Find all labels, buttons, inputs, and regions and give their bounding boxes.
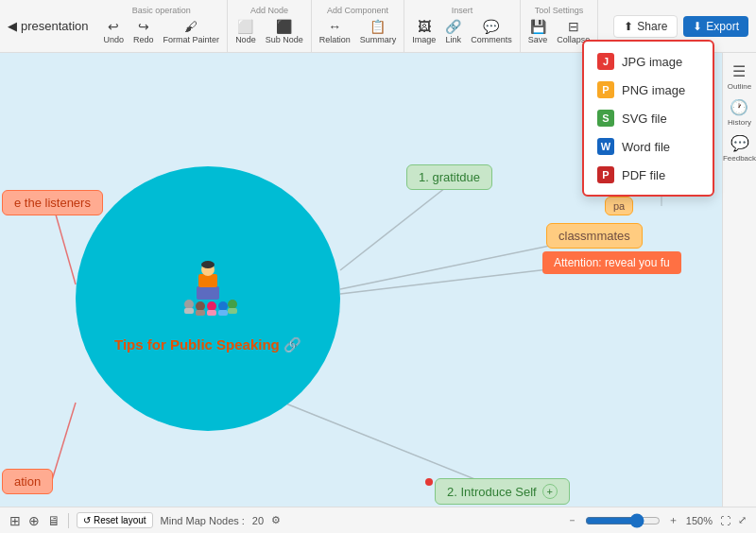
png-icon: P xyxy=(597,81,614,98)
export-dropdown: J JPG image P PNG image S SVG file W Wor… xyxy=(582,40,714,197)
group-label-insert: Insert xyxy=(452,6,473,15)
node-gratitude-label: 1. gratitdue xyxy=(419,170,480,184)
export-pdf-label: PDF file xyxy=(622,168,665,182)
svg-point-16 xyxy=(228,300,237,309)
history-icon: 🕐 xyxy=(730,98,748,116)
app-title: presentation xyxy=(21,19,89,33)
node-the-listeners[interactable]: e the listeners xyxy=(2,190,103,215)
reset-layout-icon: ↺ xyxy=(83,515,91,525)
node-gratitude[interactable]: 1. gratitdue xyxy=(406,164,492,190)
svg-point-12 xyxy=(184,300,194,309)
toolbar-group-add-node: Add Node ⬜Node ⬛Sub Node xyxy=(228,0,312,53)
svg-line-5 xyxy=(52,403,76,480)
svg-icon: S xyxy=(597,110,614,127)
sidebar-history-item[interactable]: 🕐 History xyxy=(728,98,751,127)
summary-button[interactable]: 📋Summary xyxy=(356,17,401,46)
sidebar-feedback-item[interactable]: 💬 Feedback xyxy=(723,134,756,163)
statusbar-separator xyxy=(68,513,69,528)
nodes-count: 20 xyxy=(252,515,264,526)
feedback-icon: 💬 xyxy=(730,134,749,152)
feedback-label: Feedback xyxy=(723,154,756,163)
group-label-add-component: Add Component xyxy=(327,6,388,15)
svg-rect-20 xyxy=(218,310,228,316)
export-png-label: PNG image xyxy=(622,83,685,97)
zoom-out-icon[interactable]: － xyxy=(567,513,577,527)
share-label: Share xyxy=(637,20,667,33)
sidebar-right: ☰ Outline 🕐 History 💬 Feedback xyxy=(722,53,756,533)
node-pa[interactable]: pa xyxy=(605,197,633,215)
svg-point-13 xyxy=(196,301,205,311)
statusbar: ⊞ ⊕ 🖥 ↺ Reset layout Mind Map Nodes : 20… xyxy=(0,507,756,533)
zoom-percent: 150% xyxy=(686,515,713,526)
export-button[interactable]: ⬇ Export xyxy=(683,16,748,37)
node-introduce-self-expand-icon[interactable]: + xyxy=(542,484,558,499)
export-word-item[interactable]: W Word file xyxy=(584,132,713,161)
back-button[interactable]: ◀ presentation xyxy=(0,19,96,33)
center-node-title: Tips for Public Speaking 🔗 xyxy=(105,336,311,353)
status-icon-3[interactable]: 🖥 xyxy=(47,513,60,528)
fullscreen-icon[interactable]: ⤢ xyxy=(738,514,747,526)
svg-rect-9 xyxy=(198,274,217,287)
share-button[interactable]: ⬆ Share xyxy=(613,15,678,38)
pdf-icon: P xyxy=(597,166,614,183)
zoom-slider[interactable] xyxy=(585,513,661,528)
statusbar-right: － ＋ 150% ⛶ ⤢ xyxy=(567,513,747,528)
svg-point-11 xyxy=(201,261,215,268)
zoom-in-icon[interactable]: ＋ xyxy=(668,513,679,527)
export-svg-label: SVG file xyxy=(622,112,667,126)
image-button[interactable]: 🖼Image xyxy=(408,17,439,46)
node-introduce-self[interactable]: 2. Introduce Self + xyxy=(435,478,570,505)
outline-icon: ☰ xyxy=(732,62,746,80)
toolbar-group-insert: Insert 🖼Image 🔗Link 💬Comments xyxy=(404,0,521,53)
nodes-label: Mind Map Nodes : xyxy=(161,515,245,526)
node-classmates[interactable]: classmmates xyxy=(546,223,643,249)
reset-layout-label: Reset layout xyxy=(94,515,146,525)
group-label-basic: Basic operation xyxy=(132,6,191,15)
export-jpg-item[interactable]: J JPG image xyxy=(584,47,713,76)
node-classmates-label: classmmates xyxy=(558,229,630,243)
node-ation-label: ation xyxy=(14,474,41,489)
mindmap-center-node[interactable]: Tips for Public Speaking 🔗 xyxy=(76,166,340,431)
comments-button[interactable]: 💬Comments xyxy=(467,17,516,46)
history-label: History xyxy=(728,118,751,127)
node-attention-label: Attention: reveal you fu xyxy=(554,256,670,269)
export-png-item[interactable]: P PNG image xyxy=(584,76,713,104)
redo-button[interactable]: ↪Redo xyxy=(129,17,158,46)
svg-rect-8 xyxy=(197,286,219,300)
toolbar-right: ⬆ Share ⬇ Export xyxy=(613,15,756,38)
undo-button[interactable]: ↩Undo xyxy=(100,17,129,46)
fit-screen-icon[interactable]: ⛶ xyxy=(720,515,730,526)
outline-label: Outline xyxy=(728,82,751,91)
svg-line-4 xyxy=(284,403,501,490)
toolbar-group-basic: Basic operation ↩Undo ↪Redo 🖌Format Pain… xyxy=(96,0,229,53)
format-painter-button[interactable]: 🖌Format Painter xyxy=(160,17,224,46)
svg-rect-18 xyxy=(196,310,205,316)
status-icon-2[interactable]: ⊕ xyxy=(28,513,40,528)
share-icon: ⬆ xyxy=(624,20,633,33)
export-jpg-label: JPG image xyxy=(622,55,682,69)
svg-rect-19 xyxy=(207,310,216,316)
export-svg-item[interactable]: S SVG file xyxy=(584,104,713,132)
node-attention[interactable]: Attention: reveal you fu xyxy=(542,251,681,274)
sub-node-button[interactable]: ⬛Sub Node xyxy=(262,17,307,46)
reset-layout-button[interactable]: ↺ Reset layout xyxy=(77,512,153,528)
group-label-add-node: Add Node xyxy=(250,6,288,15)
jpg-icon: J xyxy=(597,53,614,70)
sidebar-outline-item[interactable]: ☰ Outline xyxy=(728,62,751,91)
export-pdf-item[interactable]: P PDF file xyxy=(584,161,713,189)
node-ation[interactable]: ation xyxy=(2,469,53,494)
link-button[interactable]: 🔗Link xyxy=(441,17,465,46)
export-icon: ⬇ xyxy=(693,20,702,33)
save-button[interactable]: 💾Save xyxy=(524,17,552,46)
settings-icon[interactable]: ⚙ xyxy=(271,514,281,526)
center-node-icon xyxy=(170,244,246,331)
group-label-tool-settings: Tool Settings xyxy=(535,6,584,15)
svg-rect-21 xyxy=(228,308,237,314)
export-word-label: Word file xyxy=(622,140,670,154)
svg-point-14 xyxy=(207,301,216,311)
node-button[interactable]: ⬜Node xyxy=(232,17,260,46)
node-introduce-self-label: 2. Introduce Self xyxy=(447,485,537,499)
relation-button[interactable]: ↔Relation xyxy=(316,17,354,46)
export-label: Export xyxy=(706,20,739,33)
status-icon-1[interactable]: ⊞ xyxy=(9,513,21,528)
